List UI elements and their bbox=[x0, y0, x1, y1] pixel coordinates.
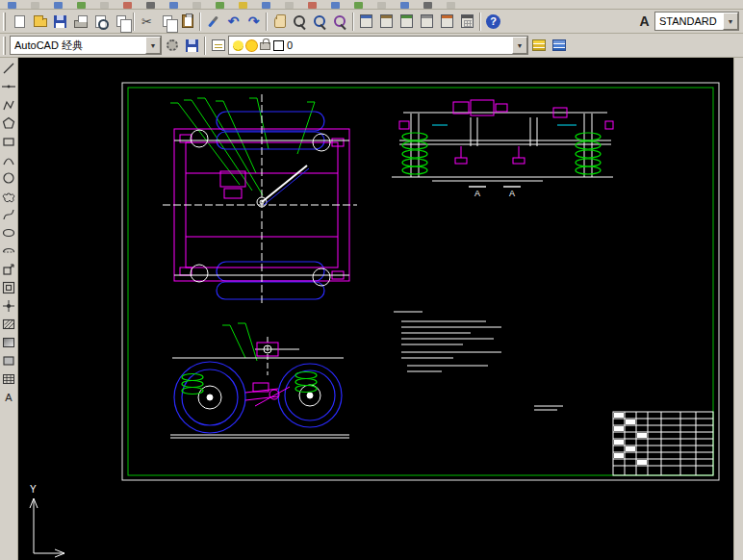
insert-block-button[interactable] bbox=[1, 261, 17, 277]
layer-freeze-sun-icon[interactable] bbox=[246, 40, 257, 51]
make-object-layer-current-button[interactable] bbox=[528, 36, 549, 56]
zoom-realtime-button[interactable] bbox=[290, 12, 310, 32]
toolbar-icon-fragment[interactable] bbox=[31, 2, 39, 9]
side-view[interactable] bbox=[170, 323, 349, 438]
qnew-button[interactable] bbox=[10, 12, 30, 32]
toolbar-icon-fragment[interactable] bbox=[377, 2, 386, 9]
toolbar-icon-fragment[interactable] bbox=[239, 2, 247, 9]
main-area: A bbox=[0, 58, 743, 560]
toolbar-icon-fragment[interactable] bbox=[331, 2, 340, 9]
draw-polyline-button[interactable] bbox=[1, 96, 17, 113]
toolbar-icon-fragment[interactable] bbox=[400, 2, 409, 9]
workspace-settings-button[interactable] bbox=[162, 36, 182, 56]
draw-ellipse-arc-button[interactable] bbox=[1, 242, 17, 259]
copy-button[interactable] bbox=[157, 12, 177, 32]
open-folder-icon bbox=[34, 18, 47, 27]
region-button[interactable] bbox=[1, 352, 17, 369]
drawing-canvas[interactable]: A A bbox=[18, 58, 733, 560]
publish-button[interactable] bbox=[111, 12, 131, 32]
cut-button[interactable]: ✂ bbox=[137, 12, 157, 32]
layer-color-swatch[interactable] bbox=[273, 40, 284, 51]
layer-combo[interactable]: 0 ▼ bbox=[228, 36, 528, 55]
floppy-disk-icon bbox=[186, 39, 198, 52]
undo-arrow-icon: ↶ bbox=[228, 14, 240, 28]
workspace-combo[interactable]: AutoCAD 经典 ▼ bbox=[10, 36, 162, 55]
toolbar-icon-fragment[interactable] bbox=[192, 2, 201, 9]
properties-button[interactable] bbox=[356, 12, 376, 32]
designcenter-button[interactable] bbox=[376, 12, 397, 32]
chevron-down-icon[interactable]: ▼ bbox=[145, 37, 161, 54]
toolbar-icon-fragment[interactable] bbox=[8, 2, 16, 9]
draw-polygon-button[interactable] bbox=[1, 115, 17, 131]
draw-point-button[interactable] bbox=[1, 297, 17, 314]
mtext-icon: A bbox=[2, 391, 15, 404]
quickcalc-button[interactable] bbox=[457, 12, 477, 32]
tool-palettes-button[interactable] bbox=[397, 12, 417, 32]
text-style-manager-button[interactable]: A bbox=[634, 12, 654, 32]
toolbar-icon-fragment[interactable] bbox=[354, 2, 363, 9]
workspace-value: AutoCAD 经典 bbox=[14, 38, 143, 53]
layer-properties-button[interactable] bbox=[208, 36, 228, 56]
markup-set-manager-button[interactable] bbox=[437, 12, 457, 32]
table-button[interactable] bbox=[1, 370, 17, 387]
toolbar-separator bbox=[352, 13, 354, 31]
zoom-window-button[interactable] bbox=[310, 12, 330, 32]
toolbar-grip[interactable] bbox=[3, 37, 6, 55]
draw-circle-button[interactable] bbox=[1, 169, 17, 186]
open-button[interactable] bbox=[30, 12, 50, 32]
multiline-text-button[interactable]: A bbox=[1, 389, 17, 405]
rectangle-icon bbox=[2, 135, 15, 148]
help-button[interactable]: ? bbox=[483, 12, 503, 32]
match-properties-button[interactable] bbox=[203, 12, 223, 32]
magnifier-icon bbox=[293, 14, 307, 29]
make-block-button[interactable] bbox=[1, 279, 17, 295]
save-button[interactable] bbox=[50, 12, 70, 32]
toolbar-icon-fragment[interactable] bbox=[447, 2, 455, 9]
toolbar-icon-fragment[interactable] bbox=[77, 2, 86, 9]
toolbar-icon-fragment[interactable] bbox=[423, 2, 432, 9]
chevron-down-icon[interactable]: ▼ bbox=[723, 13, 738, 30]
toolbar-icon-fragment[interactable] bbox=[308, 2, 317, 9]
paste-button[interactable] bbox=[177, 12, 197, 32]
text-style-combo[interactable]: STANDARD ▼ bbox=[654, 12, 739, 31]
markup-set-icon bbox=[441, 14, 453, 28]
chevron-down-icon[interactable]: ▼ bbox=[512, 37, 527, 54]
plot-preview-button[interactable] bbox=[90, 12, 111, 32]
draw-revision-cloud-button[interactable] bbox=[1, 188, 17, 204]
svg-text:A: A bbox=[5, 392, 13, 403]
publish-icon bbox=[116, 15, 126, 27]
text-style-value: STANDARD bbox=[659, 15, 721, 27]
toolbar-icon-fragment[interactable] bbox=[100, 2, 109, 9]
hatch-button[interactable] bbox=[1, 316, 17, 332]
gradient-button[interactable] bbox=[1, 334, 17, 350]
draw-construction-line-button[interactable] bbox=[1, 78, 17, 94]
toolbar-icon-fragment[interactable] bbox=[262, 2, 270, 9]
toolbar-icon-fragment[interactable] bbox=[216, 2, 224, 9]
save-workspace-button[interactable] bbox=[182, 36, 202, 56]
draw-rectangle-button[interactable] bbox=[1, 133, 17, 149]
toolbar-icon-fragment[interactable] bbox=[169, 2, 178, 9]
pan-button[interactable] bbox=[269, 12, 290, 32]
draw-spline-button[interactable] bbox=[1, 206, 17, 222]
new-file-icon bbox=[14, 15, 25, 28]
toolbar-icon-fragment[interactable] bbox=[285, 2, 294, 9]
drawing-svg[interactable]: A A bbox=[18, 58, 733, 560]
plot-button[interactable] bbox=[70, 12, 90, 32]
front-view[interactable]: A A bbox=[392, 100, 613, 198]
toolbar-icon-fragment[interactable] bbox=[146, 2, 155, 9]
layer-lock-icon[interactable] bbox=[260, 42, 270, 50]
layer-previous-button[interactable] bbox=[549, 36, 569, 56]
draw-arc-button[interactable] bbox=[1, 151, 17, 167]
toolbar-icon-fragment[interactable] bbox=[54, 2, 63, 9]
toolbar-grip[interactable] bbox=[3, 13, 6, 31]
plan-view[interactable] bbox=[163, 94, 357, 306]
redo-button[interactable]: ↷ bbox=[243, 12, 264, 32]
undo-button[interactable]: ↶ bbox=[223, 12, 243, 32]
zoom-previous-button[interactable] bbox=[330, 12, 350, 32]
layer-on-bulb-icon[interactable] bbox=[233, 40, 243, 51]
toolbar-icon-fragment[interactable] bbox=[123, 2, 132, 9]
autocad-window: ✂ ↶ ↷ ? A STANDARD ▼ AutoCAD 经典 ▼ bbox=[0, 0, 743, 560]
sheet-set-manager-button[interactable] bbox=[417, 12, 437, 32]
draw-line-button[interactable] bbox=[1, 60, 17, 76]
draw-ellipse-button[interactable] bbox=[1, 224, 17, 241]
